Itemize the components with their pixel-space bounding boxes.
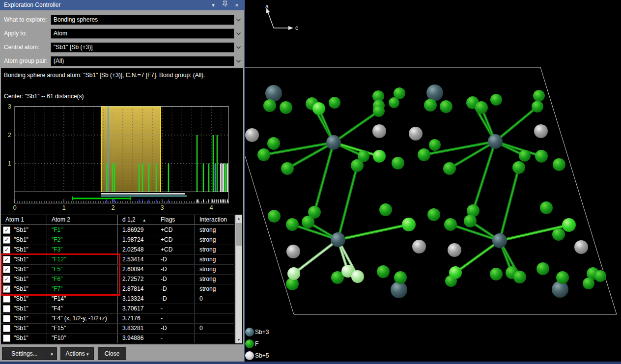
atom-sphere-sb5[interactable] (372, 124, 386, 138)
table-row[interactable]: ✓"Sb1""F5"2.60094-Dstrong (1, 265, 234, 275)
atom-sphere-f[interactable] (553, 158, 565, 171)
column-header[interactable]: Interaction (195, 215, 234, 224)
atom-sphere-f[interactable] (536, 262, 549, 275)
apply-to-select[interactable]: Atom (51, 28, 234, 39)
row-checkbox[interactable]: ✓ (3, 246, 10, 253)
atom-group-pair-chevron-down-icon[interactable] (234, 56, 243, 66)
atom-sphere-fb[interactable] (562, 218, 576, 232)
table-row[interactable]: "Sb1""F10"3.94886- (1, 334, 234, 343)
pin-icon[interactable] (222, 0, 228, 10)
atom-sphere-f[interactable] (552, 228, 565, 241)
atom-sphere-fb[interactable] (402, 218, 416, 231)
row-checkbox[interactable]: ✓ (3, 285, 10, 293)
what-to-explore-chevron-down-icon[interactable] (234, 15, 243, 25)
table-row[interactable]: ✓"Sb1""F2"1.98724+CDstrong (1, 235, 234, 245)
what-to-explore-select[interactable]: Bonding spheres (51, 15, 234, 25)
scroll-down-icon[interactable]: ▼ (235, 336, 242, 343)
settings-dropdown-button[interactable]: ▾ (47, 347, 57, 360)
close-button[interactable]: Close (98, 347, 126, 360)
panel-titlebar[interactable]: Exploration Controller ▾ × (0, 0, 244, 10)
atom-sphere-sb3[interactable] (331, 232, 345, 247)
column-header[interactable]: Atom 2 (47, 215, 118, 224)
atom-sphere-f[interactable] (351, 159, 364, 172)
atom-sphere-f[interactable] (513, 271, 526, 283)
row-checkbox[interactable]: ✓ (3, 266, 10, 273)
atom-sphere-f[interactable] (302, 216, 314, 228)
atom-sphere-sb5[interactable] (409, 127, 423, 140)
table-row[interactable]: ✓"Sb1""F6"2.72572-Dstrong (1, 275, 234, 284)
table-row[interactable]: "Sb1""F14"3.13324-D0 (1, 294, 234, 304)
atom-sphere-f[interactable] (389, 97, 399, 108)
atom-sphere-f[interactable] (281, 162, 294, 175)
atom-sphere-f[interactable] (475, 101, 488, 114)
atom-sphere-f[interactable] (512, 161, 525, 174)
atom-sphere-fp[interactable] (287, 267, 300, 280)
atom-sphere-f[interactable] (540, 201, 553, 214)
table-row[interactable]: "Sb1""F4" (x, 1/2-y, -1/2+z)3.7176- (1, 314, 234, 324)
atom-sphere-sb3[interactable] (326, 135, 341, 150)
atom-sphere-sb5[interactable] (574, 240, 588, 254)
table-row[interactable]: ✓"Sb1""F1"1.86929+CDstrong (1, 225, 234, 235)
table-row[interactable]: ✓"Sb1""F12"2.53414-Dstrong (1, 255, 234, 265)
atom-sphere-f[interactable] (533, 90, 545, 102)
row-checkbox[interactable] (3, 335, 10, 342)
atom-sphere-fb[interactable] (449, 266, 462, 279)
row-checkbox[interactable] (3, 325, 10, 332)
atom-sphere-fb[interactable] (312, 102, 325, 115)
atom-sphere-f[interactable] (519, 150, 531, 162)
atom-sphere-sb3[interactable] (265, 85, 282, 102)
atom-sphere-f[interactable] (329, 97, 340, 109)
atom-sphere-f[interactable] (440, 100, 452, 113)
close-icon[interactable]: × (233, 0, 240, 10)
table-row[interactable]: "Sb1""F15"3.83281-D0 (1, 324, 234, 334)
scrollbar-thumb[interactable] (236, 223, 242, 246)
row-checkbox[interactable]: ✓ (3, 236, 10, 244)
atom-sphere-f[interactable] (583, 278, 594, 289)
atom-sphere-f[interactable] (286, 218, 299, 231)
bonding-range-region[interactable] (101, 107, 161, 192)
atom-sphere-sb5[interactable] (286, 245, 300, 258)
atom-sphere-f[interactable] (263, 99, 276, 112)
atom-sphere-sb5[interactable] (245, 128, 259, 142)
atom-sphere-f[interactable] (427, 208, 440, 221)
atom-sphere-f[interactable] (490, 94, 502, 106)
atom-sphere-f[interactable] (418, 148, 430, 161)
atom-sphere-f[interactable] (429, 139, 441, 151)
atom-sphere-f[interactable] (444, 218, 457, 231)
atom-sphere-f[interactable] (392, 157, 404, 169)
atom-sphere-sb5[interactable] (448, 243, 461, 257)
central-atom-select[interactable]: "Sb1" [Sb (+3)] (51, 42, 234, 53)
atom-sphere-fb[interactable] (373, 150, 386, 163)
atom-sphere-f[interactable] (532, 101, 543, 112)
atom-sphere-f[interactable] (379, 203, 392, 216)
atom-group-pair-select[interactable]: (All) (51, 56, 234, 66)
atom-sphere-f[interactable] (594, 270, 606, 282)
settings-button[interactable]: Settings... (2, 347, 47, 360)
table-row[interactable]: "Sb1""F4"3.70617- (1, 304, 234, 314)
scroll-up-icon[interactable]: ▲ (235, 215, 242, 222)
row-checkbox[interactable]: ✓ (3, 226, 10, 234)
apply-to-chevron-down-icon[interactable] (234, 28, 243, 39)
atom-sphere-f[interactable] (257, 148, 270, 161)
column-header[interactable]: Flags (156, 215, 195, 224)
atom-sphere-sb5[interactable] (412, 240, 426, 253)
menu-dropdown-icon[interactable]: ▾ (210, 0, 217, 10)
row-checkbox[interactable] (3, 315, 10, 322)
atom-sphere-f[interactable] (443, 162, 456, 175)
atom-sphere-f[interactable] (490, 268, 503, 280)
atom-sphere-f[interactable] (280, 101, 292, 114)
column-header[interactable]: Atom 1 (1, 215, 47, 224)
table-row[interactable]: ✓"Sb1""F3"2.02548+CDstrong (1, 245, 234, 255)
row-checkbox[interactable]: ✓ (3, 256, 10, 263)
atom-sphere-sb3[interactable] (426, 84, 443, 101)
atom-sphere-f[interactable] (267, 137, 280, 150)
atom-sphere-sb3[interactable] (492, 233, 507, 248)
atom-sphere-f[interactable] (268, 210, 281, 223)
atom-sphere-f[interactable] (394, 271, 407, 284)
distance-histogram[interactable]: 01234123 (1, 101, 243, 215)
atom-sphere-sb3[interactable] (391, 281, 407, 298)
table-row[interactable]: ✓"Sb1""F7"2.87814-Dstrong (1, 284, 234, 294)
table-scrollbar[interactable]: ▲ ▼ (235, 215, 242, 343)
actions-button[interactable]: Actions ▾ (60, 347, 94, 360)
atom-sphere-f[interactable] (377, 265, 390, 278)
